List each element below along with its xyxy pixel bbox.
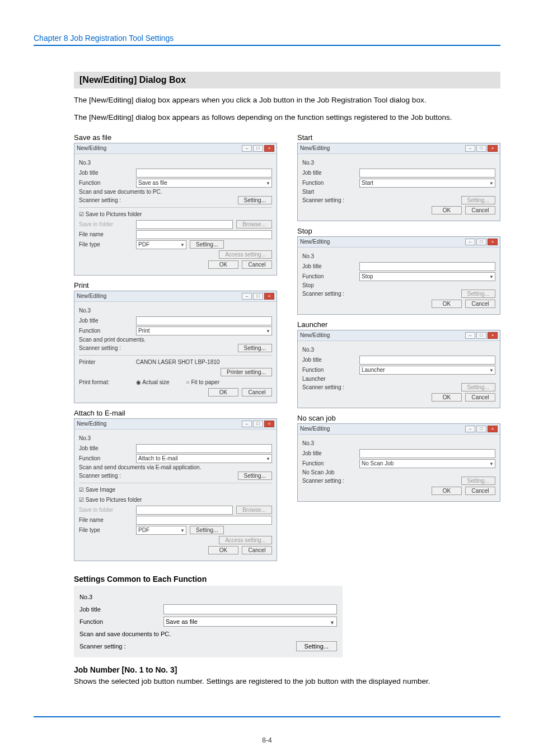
printer-name: CANON LASER SHOT LBP-1810 (136, 359, 219, 365)
cancel-button[interactable]: Cancel (465, 487, 495, 495)
file-type-label: File type (79, 527, 136, 533)
maximize-icon[interactable]: □ (253, 293, 263, 300)
close-icon[interactable]: × (264, 421, 274, 427)
maximize-icon[interactable]: □ (253, 145, 263, 152)
close-icon[interactable]: × (264, 293, 274, 300)
maximize-icon[interactable]: □ (476, 332, 486, 339)
save-in-folder-input (136, 220, 233, 229)
function-combo[interactable]: Launcher (359, 366, 495, 375)
section-title: [New/Editing] Dialog Box (74, 72, 500, 88)
cancel-button[interactable]: Cancel (465, 300, 495, 308)
setting-button[interactable]: Setting... (238, 196, 272, 204)
save-to-pictures-checkbox[interactable]: Save to Pictures folder (79, 497, 142, 503)
common-job-title-input[interactable] (163, 604, 337, 614)
save-to-pictures-checkbox[interactable]: Save to Pictures folder (79, 211, 142, 217)
common-job-title-label: Job title (79, 606, 163, 613)
dialog-attach: New/Editing –□× No.3 Job title FunctionA… (74, 418, 277, 561)
page-number: 8-4 (0, 736, 534, 744)
job-title-input[interactable] (359, 449, 495, 458)
setting-button: Setting... (461, 383, 495, 391)
function-combo[interactable]: Print (136, 326, 272, 335)
minimize-icon[interactable]: – (465, 145, 475, 152)
minimize-icon[interactable]: – (242, 421, 252, 427)
function-combo[interactable]: No Scan Job (359, 459, 495, 468)
ok-button[interactable]: OK (432, 487, 462, 495)
job-title-label: Job title (302, 170, 359, 176)
label-save-as-file: Save as file (74, 133, 277, 142)
label-attach: Attach to E-mail (74, 409, 277, 417)
common-setting-button[interactable]: Setting... (296, 641, 337, 651)
function-combo[interactable]: Attach to E-mail (136, 454, 272, 463)
save-in-folder-input (136, 506, 233, 515)
file-type-setting-button[interactable]: Setting... (190, 526, 224, 534)
minimize-icon[interactable]: – (465, 332, 475, 339)
setting-button: Setting... (461, 477, 495, 485)
maximize-icon[interactable]: □ (476, 239, 486, 245)
ok-button[interactable]: OK (432, 393, 462, 402)
printer-setting-button[interactable]: Printer setting... (221, 368, 272, 376)
function-desc: No Scan Job (302, 469, 495, 475)
function-desc: Scan and save documents to PC. (79, 189, 272, 195)
function-combo[interactable]: Start (359, 179, 495, 188)
minimize-icon[interactable]: – (242, 293, 252, 300)
job-title-label: Job title (79, 170, 136, 176)
setting-button[interactable]: Setting... (238, 344, 272, 352)
maximize-icon[interactable]: □ (476, 145, 486, 152)
dialog-noscan: New/Editing–□× No.3 Job title FunctionNo… (297, 423, 500, 502)
function-combo[interactable]: Save as file (136, 179, 272, 188)
ok-button[interactable]: OK (432, 206, 462, 214)
dialog-title: New/Editing (77, 421, 106, 427)
label-stop: Stop (297, 227, 500, 235)
ok-button[interactable]: OK (432, 300, 462, 308)
function-desc: Launcher (302, 376, 495, 382)
function-combo[interactable]: Stop (359, 272, 495, 281)
fit-to-paper-radio[interactable]: Fit to paper (186, 379, 219, 385)
actual-size-radio[interactable]: Actual size (136, 379, 170, 385)
maximize-icon[interactable]: □ (253, 421, 263, 427)
maximize-icon[interactable]: □ (476, 426, 486, 432)
minimize-icon[interactable]: – (465, 426, 475, 432)
intro-paragraph-1: The [New/Editing] dialog box appears whe… (74, 95, 500, 106)
job-title-input[interactable] (136, 169, 272, 178)
ok-button[interactable]: OK (208, 388, 238, 396)
ok-button[interactable]: OK (208, 260, 238, 269)
job-title-input[interactable] (359, 262, 495, 271)
file-name-input[interactable] (136, 516, 272, 525)
close-icon[interactable]: × (264, 145, 274, 152)
save-image-checkbox[interactable]: Save Image (79, 487, 115, 493)
file-type-setting-button[interactable]: Setting... (190, 240, 224, 249)
close-icon[interactable]: × (488, 239, 498, 245)
close-icon[interactable]: × (488, 332, 498, 339)
label-start: Start (297, 133, 500, 142)
minimize-icon[interactable]: – (465, 239, 475, 245)
job-title-input[interactable] (359, 356, 495, 365)
cancel-button[interactable]: Cancel (242, 546, 272, 554)
close-icon[interactable]: × (488, 426, 498, 432)
common-function-desc: Scan and save documents to PC. (79, 631, 171, 637)
file-name-label: File name (79, 517, 136, 523)
file-name-input[interactable] (136, 230, 272, 239)
dialog-start: New/Editing–□× No.3 Job title FunctionSt… (297, 143, 500, 221)
job-title-input[interactable] (136, 444, 272, 453)
file-type-combo[interactable]: PDF (136, 240, 186, 249)
close-icon[interactable]: × (488, 145, 498, 152)
ok-button[interactable]: OK (208, 546, 238, 554)
cancel-button[interactable]: Cancel (242, 260, 272, 269)
job-title-label: Job title (302, 450, 359, 456)
minimize-icon[interactable]: – (242, 145, 252, 152)
function-desc: Start (302, 189, 495, 195)
cancel-button[interactable]: Cancel (465, 206, 495, 214)
dialog-title: New/Editing (300, 332, 330, 338)
file-type-combo[interactable]: PDF (136, 526, 186, 535)
job-title-input[interactable] (136, 316, 272, 325)
setting-button[interactable]: Setting... (238, 472, 272, 480)
function-desc: Stop (302, 282, 495, 288)
cancel-button[interactable]: Cancel (465, 393, 495, 402)
browse-button: Browse... (236, 506, 272, 514)
dialog-save-as-file: New/Editing – □ × No.3 Job title Functio… (74, 143, 277, 276)
job-title-input[interactable] (359, 169, 495, 178)
cancel-button[interactable]: Cancel (242, 388, 272, 396)
job-number: No.3 (79, 307, 136, 314)
function-desc: Scan and print documents. (79, 337, 272, 343)
common-function-combo[interactable]: Save as file (163, 617, 337, 627)
